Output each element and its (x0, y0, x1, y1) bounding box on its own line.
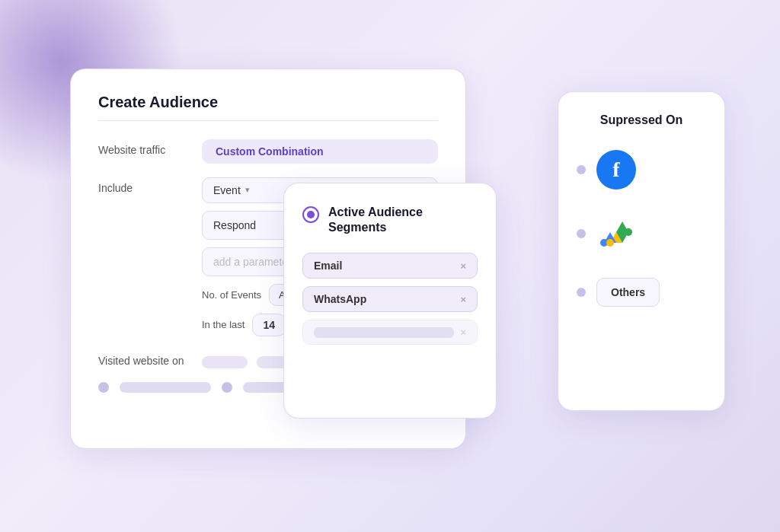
bottom-dot-indicator-2 (222, 382, 232, 393)
suppressed-items: f (577, 150, 706, 307)
suppressed-google-ads-item (577, 214, 706, 253)
bottom-dot-indicator (98, 382, 109, 393)
segments-card: Active Audience Segments Email × WhatsAp… (283, 183, 497, 419)
in-the-last-label: In the last (202, 319, 245, 330)
others-connector-dot (577, 288, 586, 297)
suppressed-title: Supressed On (577, 113, 706, 127)
events-count-label: No. of Events (202, 289, 261, 301)
placeholder-tag-close: × (460, 327, 466, 338)
radio-button[interactable] (302, 206, 319, 223)
segments-header: Active Audience Segments (302, 205, 478, 237)
radio-inner (307, 211, 315, 218)
visited-label: Visited website on (98, 350, 190, 367)
placeholder-bar (314, 327, 454, 338)
placeholder-tag: × (302, 320, 478, 345)
suppressed-facebook-item: f (577, 150, 706, 190)
card-divider (98, 120, 438, 121)
whatsapp-tag-label: WhatsApp (314, 293, 366, 305)
facebook-connector-dot (577, 165, 586, 174)
google-ads-icon[interactable] (596, 214, 636, 253)
event-label: Event (213, 184, 241, 196)
svg-point-2 (625, 228, 632, 236)
suppressed-card: Supressed On f (558, 91, 725, 411)
respond-value: Respond (213, 219, 256, 231)
whatsapp-tag-close[interactable]: × (460, 294, 466, 305)
whatsapp-tag[interactable]: WhatsApp × (302, 286, 478, 312)
website-traffic-content: Custom Combination (202, 139, 438, 164)
visited-placeholder-1 (202, 356, 248, 368)
include-label: Include (98, 177, 190, 194)
suppressed-others-item: Others (577, 278, 706, 307)
days-value: 14 (264, 319, 276, 331)
days-input[interactable]: 14 (252, 314, 286, 336)
custom-combination-badge[interactable]: Custom Combination (202, 139, 438, 164)
others-badge[interactable]: Others (596, 278, 660, 307)
event-chevron-icon: ▾ (245, 185, 250, 195)
email-tag-label: Email (314, 260, 342, 272)
google-ads-connector-dot (577, 229, 586, 238)
segments-title: Active Audience Segments (328, 205, 478, 237)
bottom-bar-long (120, 382, 211, 393)
card-title: Create Audience (98, 94, 438, 111)
email-tag-close[interactable]: × (460, 260, 466, 272)
parameter-placeholder: add a parameter (213, 256, 292, 268)
website-traffic-row: Website traffic Custom Combination (98, 139, 438, 164)
email-tag[interactable]: Email × (302, 253, 478, 279)
website-traffic-label: Website traffic (98, 139, 190, 156)
svg-point-3 (606, 239, 614, 247)
facebook-icon[interactable]: f (596, 150, 636, 190)
